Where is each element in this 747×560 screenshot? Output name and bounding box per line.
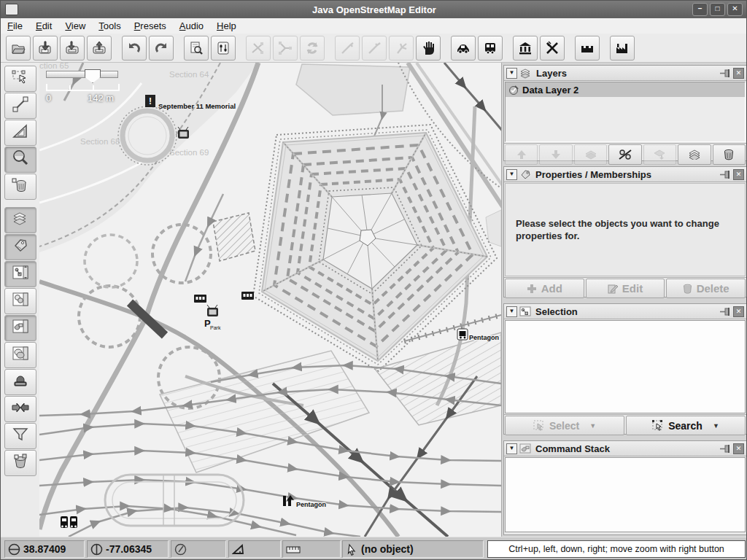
- delete-layer-button[interactable]: [713, 144, 746, 165]
- command-stack-list[interactable]: [505, 457, 746, 532]
- search-dropdown-arrow[interactable]: ▼: [713, 422, 719, 429]
- preferences-button[interactable]: [211, 36, 236, 61]
- draw-node-tool-button[interactable]: [4, 93, 36, 119]
- history-toggle-button[interactable]: [4, 369, 36, 395]
- add-button[interactable]: Add: [505, 279, 584, 298]
- layer-up-button[interactable]: [505, 144, 538, 165]
- menu-tools[interactable]: Tools: [92, 19, 127, 33]
- selection-pin-icon[interactable]: [719, 307, 731, 316]
- select-button[interactable]: Select ▼: [505, 416, 624, 435]
- menu-bar: File Edit View Tools Presets Audio Help: [1, 18, 747, 34]
- status-bar: 38.87409 -77.06345 (no object) Ctrl+up, …: [1, 537, 747, 560]
- parking-poi: P Park: [204, 318, 221, 330]
- merge-layers-button[interactable]: [574, 144, 607, 165]
- selection-close-icon[interactable]: ✕: [733, 306, 744, 317]
- close-button[interactable]: ✕: [727, 3, 743, 16]
- menu-help[interactable]: Help: [210, 19, 243, 33]
- properties-close-icon[interactable]: ✕: [733, 169, 744, 180]
- undo-icon: [126, 40, 142, 56]
- merge-nodes-button[interactable]: [362, 36, 387, 61]
- layers-panel-header[interactable]: ▼ Layers ✕: [504, 66, 746, 81]
- car-preset-button[interactable]: [451, 36, 476, 61]
- changeset-toggle-button[interactable]: [4, 450, 36, 476]
- bus-preset-button[interactable]: [478, 36, 503, 61]
- properties-pin-icon[interactable]: [719, 170, 731, 179]
- search-doc-icon: [188, 40, 204, 56]
- upload-button[interactable]: [87, 36, 112, 61]
- relations-toggle-button[interactable]: [4, 288, 36, 314]
- longitude-readout: -77.06345: [87, 540, 169, 558]
- split-way-button[interactable]: [246, 36, 271, 61]
- save-button[interactable]: [33, 36, 58, 61]
- layers-close-icon[interactable]: ✕: [733, 68, 744, 79]
- merge-down-button[interactable]: [643, 144, 676, 165]
- show-hide-layer-button[interactable]: [608, 144, 641, 165]
- selection-panel-header[interactable]: ▼ Selection ✕: [504, 304, 746, 319]
- open-file-button[interactable]: [6, 36, 31, 61]
- purge-button[interactable]: [389, 36, 414, 61]
- redo-button[interactable]: [149, 36, 174, 61]
- command-stack-toggle-button[interactable]: [4, 315, 36, 341]
- layers-toggle-button[interactable]: [4, 207, 36, 233]
- properties-panel-header[interactable]: ▼ Properties / Memberships ✕: [504, 167, 746, 182]
- command-stack-collapse-button[interactable]: ▼: [506, 443, 517, 454]
- combine-way-button[interactable]: [273, 36, 298, 61]
- menu-file[interactable]: File: [1, 19, 29, 33]
- command-stack-close-icon[interactable]: ✕: [733, 443, 744, 454]
- properties-collapse-button[interactable]: ▼: [506, 169, 517, 180]
- search-objects-button[interactable]: [184, 36, 209, 61]
- selection-list[interactable]: [505, 320, 746, 413]
- zoom-slider[interactable]: [46, 71, 118, 78]
- properties-message: Please select the objects you want to ch…: [506, 184, 745, 242]
- refresh-button[interactable]: [300, 36, 325, 61]
- delete-tool-button[interactable]: [4, 174, 36, 200]
- minimize-button[interactable]: –: [692, 3, 708, 16]
- layers-icon: [11, 209, 30, 231]
- map-label-bus-pentagon: Pentagon: [469, 334, 499, 341]
- menu-edit[interactable]: Edit: [29, 19, 58, 33]
- zoom-tool-button[interactable]: [4, 147, 36, 173]
- measure-tool-button[interactable]: [4, 120, 36, 146]
- tv-icon-2: [207, 305, 218, 316]
- delete-button[interactable]: Delete: [666, 279, 746, 298]
- select-dropdown-arrow[interactable]: ▼: [589, 422, 596, 429]
- styles-toggle-button[interactable]: [4, 342, 36, 368]
- layer-down-button[interactable]: [539, 144, 572, 165]
- command-stack-panel: ▼ Command Stack ✕: [503, 440, 747, 535]
- search-button[interactable]: Search ▼: [626, 416, 746, 435]
- duplicate-layer-button[interactable]: [678, 144, 711, 165]
- download-button[interactable]: [60, 36, 85, 61]
- select-tool-button[interactable]: [4, 66, 36, 92]
- zoom-icon: [11, 149, 30, 171]
- edit-button[interactable]: Edit: [586, 279, 665, 298]
- title-bar[interactable]: Java OpenStreetMap Editor – □ ✕: [1, 1, 747, 18]
- properties-toggle-button[interactable]: [4, 234, 36, 260]
- layers-pin-icon[interactable]: [719, 69, 731, 78]
- command-stack-panel-header[interactable]: ▼ Command Stack ✕: [504, 441, 746, 456]
- statusbar-help-text: Ctrl+up, left, down, right; move zoom wi…: [487, 540, 746, 558]
- scale-max-label: 142 m: [88, 93, 114, 104]
- upload-icon: [91, 40, 107, 56]
- layers-collapse-button[interactable]: ▼: [506, 68, 517, 79]
- menu-presets[interactable]: Presets: [128, 19, 173, 33]
- relations-icon: [11, 290, 30, 312]
- restaurant-preset-button[interactable]: [540, 36, 565, 61]
- undo-button[interactable]: [122, 36, 147, 61]
- filter-toggle-button[interactable]: [4, 423, 36, 449]
- unglue-button[interactable]: [335, 36, 360, 61]
- selection-toggle-button[interactable]: [4, 261, 36, 287]
- menu-audio[interactable]: Audio: [173, 19, 210, 33]
- longitude-value: -77.06345: [106, 543, 152, 555]
- selection-collapse-button[interactable]: ▼: [506, 306, 517, 317]
- menu-view[interactable]: View: [58, 19, 92, 33]
- map-canvas[interactable]: Section 65 Section 64 Section 68 Section…: [39, 63, 501, 537]
- command-stack-pin-icon[interactable]: [719, 444, 731, 454]
- maximize-button[interactable]: □: [710, 3, 725, 16]
- longitude-icon: [90, 543, 103, 556]
- pan-button[interactable]: [416, 36, 441, 61]
- factory-preset-button[interactable]: [610, 36, 635, 61]
- bank-preset-button[interactable]: [513, 36, 538, 61]
- castle-preset-button[interactable]: [575, 36, 600, 61]
- layer-row[interactable]: Data Layer 2: [506, 82, 745, 97]
- conflict-toggle-button[interactable]: [4, 396, 36, 422]
